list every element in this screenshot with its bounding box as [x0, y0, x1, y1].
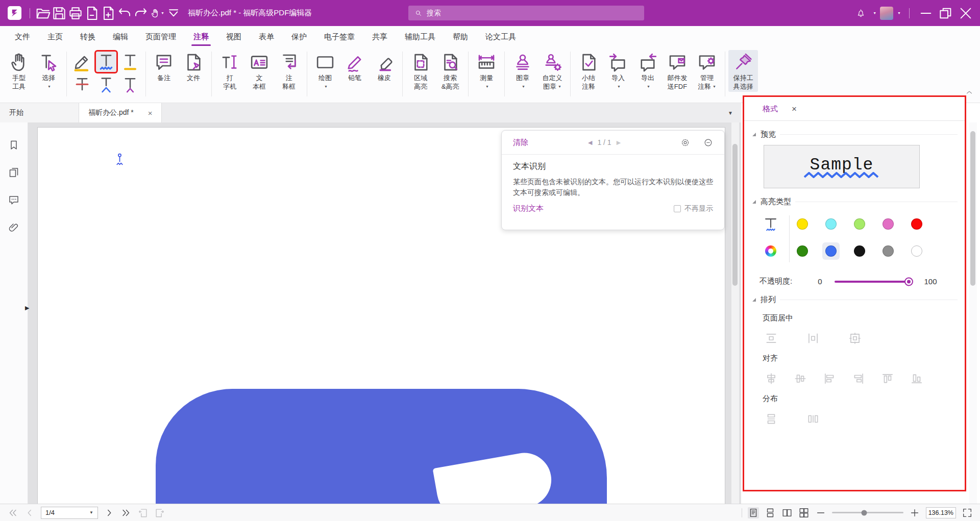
arrange-section-header[interactable]: 排列 — [752, 295, 958, 305]
replace-text-tool[interactable] — [96, 75, 116, 95]
avatar-caret-icon[interactable]: ▼ — [897, 11, 901, 15]
search-input[interactable]: 搜索 — [408, 6, 644, 20]
zoom-slider-handle[interactable] — [861, 510, 867, 515]
opacity-slider-handle[interactable] — [904, 277, 913, 286]
panel-scrollbar[interactable] — [969, 122, 977, 504]
menu-主页[interactable]: 主页 — [39, 26, 71, 47]
undo-icon[interactable] — [116, 5, 133, 21]
tab-close-icon[interactable]: × — [148, 109, 153, 117]
center-both-icon[interactable] — [848, 332, 862, 345]
align-l-icon[interactable] — [823, 372, 836, 385]
dont-show-again-checkbox[interactable] — [674, 205, 681, 212]
redo-icon[interactable] — [133, 5, 149, 21]
page-number-box[interactable]: 1/4 ▼ — [41, 507, 98, 519]
highlight-type-section-header[interactable]: 高亮类型 — [752, 197, 958, 207]
scrollbar-thumb[interactable] — [732, 144, 738, 286]
select-tool[interactable]: 选择▼ — [34, 50, 63, 92]
comments-panel-button[interactable] — [8, 194, 20, 206]
menu-帮助[interactable]: 帮助 — [444, 26, 477, 47]
custom-color-wheel[interactable] — [762, 242, 779, 260]
drawing-tool[interactable]: 绘图▼ — [310, 50, 340, 92]
measure-tool[interactable]: 测量▼ — [472, 50, 501, 92]
next-page-button[interactable] — [104, 507, 115, 518]
next-view-button[interactable] — [154, 507, 165, 518]
open-file-icon[interactable] — [35, 5, 51, 21]
color-swatch-e26ec4[interactable] — [883, 218, 894, 230]
last-page-button[interactable] — [120, 507, 132, 518]
save-icon[interactable] — [51, 5, 67, 21]
menu-电子签章[interactable]: 电子签章 — [315, 26, 363, 47]
export-comments-tool[interactable]: 导出▼ — [633, 50, 663, 92]
align-vc-icon[interactable] — [794, 372, 807, 385]
previous-view-button[interactable] — [137, 507, 149, 518]
tab-list-dropdown-icon[interactable]: ▼ — [728, 110, 741, 116]
recognize-text-link[interactable]: 识别文本 — [513, 204, 544, 213]
color-swatch-2f8a0e[interactable] — [797, 245, 808, 257]
eraser-tool[interactable]: 橡皮 — [370, 50, 399, 92]
bookmarks-panel-button[interactable] — [8, 139, 20, 151]
callout-tool[interactable]: 注释框 — [274, 50, 304, 92]
menu-视图[interactable]: 视图 — [217, 26, 250, 47]
email-fdf-tool[interactable]: 邮件发送FDF — [663, 50, 692, 92]
doc-export-icon[interactable] — [84, 5, 100, 21]
pager-prev-icon[interactable]: ◀ — [588, 139, 592, 146]
summarize-comments-tool[interactable]: 小结注释 — [574, 50, 603, 92]
notification-collapse-icon[interactable] — [703, 138, 713, 147]
area-highlight-tool[interactable]: 区域高亮 — [406, 50, 435, 92]
import-comments-tool[interactable]: 导入▼ — [603, 50, 633, 92]
menu-转换[interactable]: 转换 — [71, 26, 104, 47]
selected-color-swatch[interactable] — [822, 242, 840, 260]
stamp-tool[interactable]: 图章▼ — [508, 50, 537, 92]
note-tool[interactable]: 备注 — [149, 50, 179, 83]
squiggly-annotation-marker[interactable] — [114, 152, 129, 167]
preview-section-header[interactable]: 预览 — [752, 130, 958, 139]
clear-link[interactable]: 清除 — [513, 138, 528, 147]
menu-页面管理[interactable]: 页面管理 — [137, 26, 185, 47]
format-panel-close-icon[interactable]: × — [792, 105, 797, 113]
typewriter-tool[interactable]: 打字机 — [215, 50, 244, 92]
underline-text-tool[interactable] — [120, 52, 140, 72]
align-t-icon[interactable] — [881, 372, 894, 385]
textbox-tool[interactable]: 文本框 — [244, 50, 274, 92]
zoom-slider[interactable] — [832, 512, 903, 513]
center-h-icon[interactable] — [765, 332, 778, 345]
opacity-slider[interactable] — [835, 281, 911, 283]
color-swatch-a6ea68[interactable] — [854, 218, 865, 230]
align-hc-icon[interactable] — [765, 372, 778, 385]
pencil-tool[interactable]: 铅笔 — [340, 50, 370, 92]
notification-settings-icon[interactable] — [680, 138, 690, 147]
menu-论文工具[interactable]: 论文工具 — [477, 26, 525, 47]
app-logo-icon[interactable] — [8, 6, 21, 20]
facing-continuous-view-button[interactable] — [798, 507, 810, 518]
panel-expand-handle[interactable]: ▶ — [25, 305, 29, 311]
zoom-value[interactable]: 136.13% — [926, 507, 956, 518]
attachments-panel-button[interactable] — [8, 221, 20, 234]
bell-caret-icon[interactable]: ▼ — [873, 11, 876, 15]
menu-表单[interactable]: 表单 — [250, 26, 283, 47]
user-avatar[interactable] — [880, 7, 893, 20]
notifications-button[interactable] — [852, 5, 869, 21]
scrollbar-thumb[interactable] — [970, 131, 975, 286]
restore-button[interactable] — [938, 5, 954, 21]
strikeout-text-tool[interactable] — [72, 75, 92, 95]
document-scrollbar[interactable] — [731, 122, 739, 504]
dist-h-icon[interactable] — [806, 412, 820, 426]
check-dropdown-icon[interactable] — [165, 5, 182, 21]
menu-文件[interactable]: 文件 — [6, 26, 39, 47]
pages-panel-button[interactable] — [8, 166, 20, 179]
menu-注释[interactable]: 注释 — [185, 26, 217, 47]
menu-辅助工具[interactable]: 辅助工具 — [396, 26, 444, 47]
format-tab[interactable]: 格式 — [763, 104, 778, 114]
squiggly-underline-tool[interactable] — [96, 52, 116, 72]
color-swatch-7feff7[interactable] — [825, 218, 837, 230]
print-icon[interactable] — [67, 5, 84, 21]
pager-next-icon[interactable]: ▶ — [617, 139, 621, 146]
highlight-text-tool[interactable] — [72, 52, 92, 72]
page-dropdown-caret-icon[interactable]: ▼ — [89, 510, 93, 515]
squiggly-type-icon[interactable] — [762, 215, 779, 233]
keep-tool-selected[interactable]: 保持工具选择 — [728, 50, 758, 92]
fullscreen-button[interactable] — [962, 507, 973, 518]
center-v-icon[interactable] — [806, 332, 820, 345]
color-swatch-151515[interactable] — [854, 245, 865, 257]
color-swatch-8e8e8e[interactable] — [883, 245, 894, 257]
